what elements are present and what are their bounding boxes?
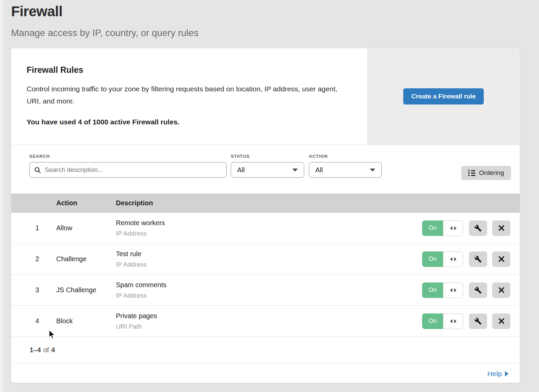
rule-controls: On — [422, 313, 520, 329]
arrow-left-icon — [450, 319, 452, 323]
rule-action: JS Challenge — [56, 286, 116, 294]
pagination-row: 1–4 of 4 — [11, 337, 520, 363]
status-label: STATUS — [231, 154, 304, 159]
chevron-down-icon — [292, 169, 298, 172]
edit-rule-button[interactable] — [469, 282, 487, 298]
intro-section: Firewall Rules Control incoming traffic … — [11, 48, 520, 145]
create-rule-panel: Create a Firewall rule — [367, 48, 520, 145]
search-icon — [34, 167, 41, 173]
edit-rule-button[interactable] — [469, 220, 487, 236]
rule-match-type: IP Address — [116, 292, 422, 299]
rule-controls: On — [422, 251, 520, 267]
rule-match-type: URI Path — [116, 323, 422, 330]
toggle-handle[interactable] — [443, 282, 463, 298]
rule-description: Spam comments — [116, 281, 422, 289]
create-firewall-rule-button[interactable]: Create a Firewall rule — [403, 88, 484, 104]
table-row: 1 Allow Remote workers IP Address On — [11, 213, 520, 244]
chevron-down-icon — [370, 169, 375, 172]
rule-priority: 3 — [11, 286, 56, 294]
toggle-on-label: On — [422, 220, 443, 236]
rule-description-cell: Test rule IP Address — [116, 250, 422, 268]
rule-enabled-toggle[interactable]: On — [422, 251, 463, 267]
rule-match-type: IP Address — [116, 261, 422, 268]
rule-action: Block — [56, 317, 116, 325]
ordering-button-label: Ordering — [479, 169, 504, 177]
rule-action: Challenge — [56, 255, 116, 263]
action-selected-value: All — [315, 166, 323, 174]
status-select[interactable]: All — [231, 162, 304, 178]
toggle-handle[interactable] — [443, 251, 463, 267]
rule-enabled-toggle[interactable]: On — [422, 282, 463, 298]
ordering-list-icon — [468, 170, 475, 176]
delete-rule-button[interactable] — [492, 282, 510, 298]
rule-priority: 2 — [11, 255, 56, 263]
toggle-handle[interactable] — [443, 313, 463, 329]
arrow-right-icon — [454, 226, 456, 230]
rule-controls: On — [422, 220, 520, 236]
usage-summary: You have used 4 of 1000 active Firewall … — [27, 118, 352, 126]
rule-priority: 4 — [11, 317, 56, 325]
rule-description-cell: Private pages URI Path — [116, 312, 422, 330]
close-icon — [498, 318, 505, 324]
pagination-total: 4 — [51, 346, 55, 354]
firewall-rules-card: Firewall Rules Control incoming traffic … — [11, 48, 520, 383]
rule-description-cell: Remote workers IP Address — [116, 219, 422, 237]
page-title: Firewall — [11, 3, 539, 20]
toggle-on-label: On — [422, 282, 443, 298]
section-description: Control incoming traffic to your zone by… — [27, 83, 350, 107]
wrench-icon — [474, 287, 482, 294]
table-row: 2 Challenge Test rule IP Address On — [11, 244, 520, 275]
ordering-button[interactable]: Ordering — [461, 166, 511, 180]
search-box[interactable] — [29, 162, 227, 178]
rule-match-type: IP Address — [116, 230, 422, 237]
action-label: ACTION — [309, 154, 382, 159]
delete-rule-button[interactable] — [492, 220, 510, 236]
arrow-right-icon — [454, 319, 456, 323]
filters-bar: SEARCH STATUS All ACTION All — [11, 145, 520, 193]
delete-rule-button[interactable] — [492, 251, 510, 267]
arrow-left-icon — [450, 288, 452, 292]
table-row: 4 Block Private pages URI Path On — [11, 306, 520, 337]
rule-description-cell: Spam comments IP Address — [116, 281, 422, 299]
help-link-label: Help — [487, 370, 502, 378]
arrow-left-icon — [450, 226, 452, 230]
wrench-icon — [474, 224, 482, 232]
pagination-of: of — [43, 346, 49, 354]
close-icon — [498, 225, 505, 231]
column-description: Description — [116, 199, 520, 207]
toggle-on-label: On — [422, 251, 443, 267]
wrench-icon — [474, 318, 482, 325]
rule-controls: On — [422, 282, 520, 298]
page-subtitle: Manage access by IP, country, or query r… — [11, 28, 539, 38]
close-icon — [498, 287, 505, 293]
rule-description: Private pages — [116, 312, 422, 320]
edit-rule-button[interactable] — [469, 251, 487, 267]
status-selected-value: All — [237, 166, 245, 174]
window-edge-strip — [0, 0, 3, 392]
arrow-right-icon — [454, 288, 456, 292]
wrench-icon — [474, 255, 482, 263]
arrow-right-icon — [454, 257, 456, 261]
rule-action: Allow — [56, 224, 116, 232]
rule-enabled-toggle[interactable]: On — [422, 220, 463, 236]
help-row: Help — [11, 363, 520, 383]
arrow-left-icon — [450, 257, 452, 261]
rule-enabled-toggle[interactable]: On — [422, 313, 463, 329]
column-action: Action — [56, 199, 116, 207]
edit-rule-button[interactable] — [469, 313, 487, 329]
section-heading: Firewall Rules — [27, 65, 352, 75]
page-header: Firewall Manage access by IP, country, o… — [0, 0, 539, 38]
search-input[interactable] — [44, 166, 222, 174]
search-label: SEARCH — [29, 154, 227, 159]
pagination-range: 1–4 — [30, 346, 41, 354]
rule-priority: 1 — [11, 224, 56, 232]
intro-text-panel: Firewall Rules Control incoming traffic … — [11, 48, 367, 145]
delete-rule-button[interactable] — [492, 313, 510, 329]
rule-description: Test rule — [116, 250, 422, 258]
action-select[interactable]: All — [309, 162, 382, 178]
help-link[interactable]: Help — [487, 370, 508, 378]
help-arrow-icon — [505, 371, 508, 376]
rule-description: Remote workers — [116, 219, 422, 227]
toggle-handle[interactable] — [443, 220, 463, 236]
table-header: Action Description — [11, 193, 520, 213]
